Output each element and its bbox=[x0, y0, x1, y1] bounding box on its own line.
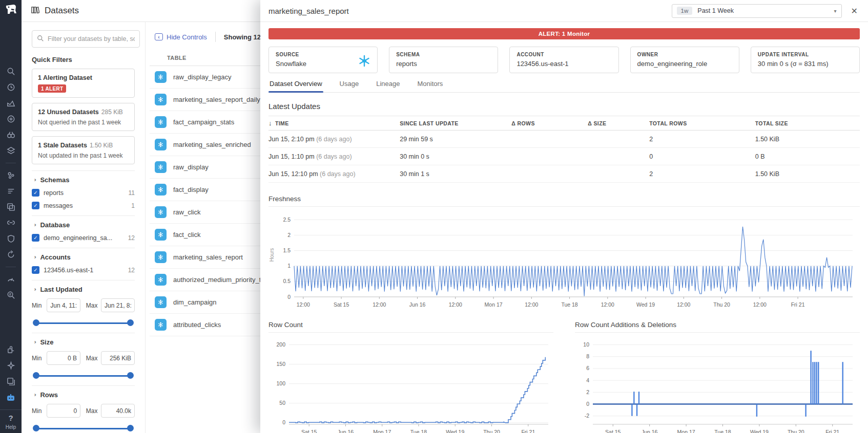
range-header[interactable]: ⌄Last Updated bbox=[32, 286, 135, 293]
nav-item-workspaces[interactable] bbox=[4, 375, 17, 388]
quick-filter-card[interactable]: 1 Alerting Dataset1 ALERT bbox=[32, 69, 135, 98]
row-count-additions-section: Row Count Additions & Deletions -2024681… bbox=[575, 321, 860, 433]
nav-item-sparkles[interactable] bbox=[4, 359, 17, 373]
nav-item-layers[interactable] bbox=[4, 144, 17, 158]
tab-monitors[interactable]: Monitors bbox=[416, 80, 444, 92]
range-slider[interactable] bbox=[33, 372, 134, 379]
nav-item-monitors[interactable] bbox=[4, 113, 17, 126]
update-row[interactable]: Jun 15, 1:10 pm (6 days ago)30 min 0 s00… bbox=[268, 148, 860, 165]
nav-item-pipelines[interactable] bbox=[4, 185, 17, 198]
time-range-select[interactable]: 1w Past 1 Week ▾ bbox=[672, 4, 842, 18]
info-card-source: SOURCESnowflake bbox=[268, 47, 378, 73]
range-header[interactable]: ⌄Rows bbox=[32, 391, 135, 399]
slider-handle-min[interactable] bbox=[33, 425, 39, 431]
column-label: Δ ROWS bbox=[511, 120, 535, 126]
update-total-rows: 0 bbox=[649, 153, 755, 160]
svg-text:Jun 16: Jun 16 bbox=[642, 429, 658, 433]
snowflake-icon bbox=[155, 274, 167, 286]
max-input[interactable]: 40.0k bbox=[101, 404, 135, 418]
tab-lineage[interactable]: Lineage bbox=[375, 80, 401, 92]
freshness-chart[interactable]: 00.511.522.512:00Sat 1512:00Jun 1612:00M… bbox=[268, 207, 860, 312]
quick-filter-card[interactable]: 12 Unused Datasets285 KiBNot queried in … bbox=[32, 103, 135, 131]
divider bbox=[215, 32, 216, 42]
tab-dataset-overview[interactable]: Dataset Overview bbox=[268, 80, 323, 92]
nav-item-dashboards[interactable] bbox=[4, 273, 17, 286]
range-size: ⌄SizeMin0 BMax256 KiB bbox=[32, 333, 135, 379]
max-input[interactable]: Jun 21, 8: bbox=[101, 298, 135, 312]
facet-header-schemas[interactable]: ⌄Schemas bbox=[32, 176, 135, 184]
security-icon bbox=[6, 234, 16, 244]
svg-text:1.5: 1.5 bbox=[283, 247, 291, 253]
checkbox-checked[interactable]: ✓ bbox=[32, 202, 39, 209]
nav-item-frames[interactable] bbox=[4, 201, 17, 214]
min-input[interactable]: 0 bbox=[47, 404, 80, 418]
min-input[interactable]: Jun 4, 11: bbox=[47, 298, 80, 312]
nav-item-extensions[interactable] bbox=[4, 343, 17, 357]
range-slider[interactable] bbox=[33, 425, 134, 432]
nav-item-audit[interactable] bbox=[4, 289, 17, 302]
column-label: TIME bbox=[275, 120, 289, 126]
update-time: Jun 15, 2:10 pm (6 days ago) bbox=[268, 136, 400, 143]
facet-item-name: 123456.us-east-1 bbox=[44, 267, 128, 274]
alert-banner[interactable]: ALERT: 1 Monitor bbox=[268, 28, 860, 39]
facet-header-accounts[interactable]: ⌄Accounts bbox=[32, 253, 135, 261]
nav-item-security[interactable] bbox=[4, 232, 17, 246]
range-inputs: MinJun 4, 11:MaxJun 21, 8: bbox=[32, 298, 135, 312]
datadog-logo-icon[interactable] bbox=[3, 3, 18, 18]
facet-item-count: 12 bbox=[128, 234, 135, 242]
table-name: fact_click bbox=[173, 231, 200, 239]
min-input[interactable]: 0 B bbox=[47, 351, 80, 365]
close-icon[interactable]: ✕ bbox=[849, 5, 860, 17]
nav-item-watchdog[interactable] bbox=[4, 128, 17, 142]
svg-text:100: 100 bbox=[276, 380, 285, 386]
help-button[interactable]: ? Help bbox=[0, 409, 22, 430]
nav-item-integrations[interactable] bbox=[4, 216, 17, 230]
quick-filter-size: 1.50 KiB bbox=[90, 142, 113, 149]
tab-usage[interactable]: Usage bbox=[339, 80, 360, 92]
quick-filter-card[interactable]: 1 Stale Datasets1.50 KiBNot updated in t… bbox=[32, 136, 135, 164]
layers-icon bbox=[6, 146, 16, 156]
range-slider[interactable] bbox=[33, 319, 134, 327]
row-count-chart[interactable]: 050100150200Sat 15Jun 16Mon 17Tue 18Wed … bbox=[268, 333, 553, 433]
snowflake-icon bbox=[155, 139, 167, 150]
alert-count-badge: 1 ALERT bbox=[38, 84, 66, 93]
nav-item-history[interactable] bbox=[4, 81, 17, 94]
max-input[interactable]: 256 KiB bbox=[101, 351, 135, 365]
range-rows: ⌄RowsMin0Max40.0k bbox=[32, 385, 135, 432]
checkbox-checked[interactable]: ✓ bbox=[32, 266, 39, 274]
table-name: authorized_medium_priority_trade bbox=[173, 276, 274, 284]
slider-handle-min[interactable] bbox=[33, 372, 39, 379]
global-nav-rail: ? Help bbox=[0, 0, 22, 433]
nav-item-org[interactable] bbox=[4, 169, 17, 182]
nav-item-metrics[interactable] bbox=[4, 97, 17, 110]
svg-text:12:00: 12:00 bbox=[525, 301, 538, 308]
hide-controls-button[interactable]: ‹ Hide Controls bbox=[155, 33, 207, 41]
svg-text:Fri 21: Fri 21 bbox=[825, 429, 839, 433]
nav-item-sync[interactable] bbox=[4, 248, 17, 262]
column-header-3: Δ ROWS bbox=[511, 120, 588, 126]
chevron-down-icon: ⌄ bbox=[31, 255, 37, 259]
slider-handle-max[interactable] bbox=[127, 372, 134, 379]
search-input[interactable] bbox=[48, 35, 135, 42]
update-row[interactable]: Jun 15, 2:10 pm (6 days ago)29 min 59 s2… bbox=[268, 131, 860, 148]
checkbox-checked[interactable]: ✓ bbox=[32, 234, 39, 242]
dataset-search[interactable] bbox=[32, 30, 140, 48]
facet-header-database[interactable]: ⌄Database bbox=[32, 221, 135, 229]
help-label: Help bbox=[6, 424, 16, 430]
nav-item-bits-ai[interactable] bbox=[4, 391, 17, 404]
column-header-2: SINCE LAST UPDATE bbox=[400, 120, 511, 126]
facet-item-name: demo_engineering_sa... bbox=[44, 234, 128, 242]
nav-item-search[interactable] bbox=[4, 65, 17, 78]
quick-filter-title: 1 Alerting Dataset bbox=[38, 74, 92, 81]
slider-handle-min[interactable] bbox=[33, 319, 39, 326]
slider-handle-max[interactable] bbox=[127, 319, 134, 326]
svg-text:2: 2 bbox=[586, 389, 589, 395]
update-row[interactable]: Jun 15, 12:10 pm (6 days ago)30 min 1 s2… bbox=[268, 165, 860, 183]
range-header[interactable]: ⌄Size bbox=[32, 338, 135, 346]
time-range-label: Past 1 Week bbox=[697, 7, 834, 14]
checkbox-checked[interactable]: ✓ bbox=[32, 189, 39, 197]
svg-text:Mon 17: Mon 17 bbox=[677, 429, 695, 433]
slider-handle-max[interactable] bbox=[127, 425, 134, 431]
column-header-1[interactable]: ↓TIME bbox=[268, 119, 400, 127]
row-count-additions-chart[interactable]: -20246810Sat 15Jun 16Mon 17Tue 18Wed 19T… bbox=[575, 333, 860, 433]
